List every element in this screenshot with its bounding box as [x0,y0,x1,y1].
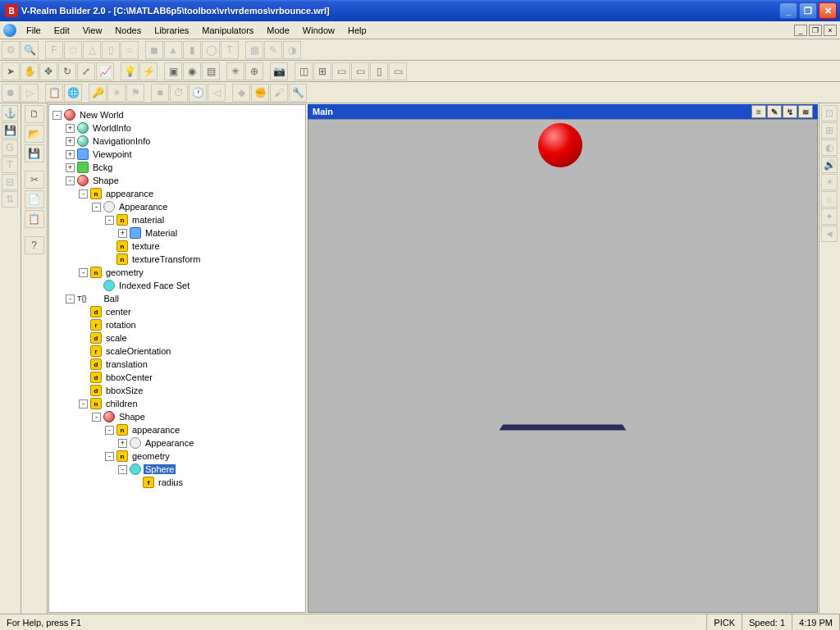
tool-stop-icon[interactable]: ■ [151,84,169,102]
vtool-anchor-icon[interactable]: ⚓ [2,105,18,121]
tool-rotate-icon[interactable]: ↻ [58,62,76,80]
tree-node[interactable]: rscaleOrientation [51,345,304,358]
expand-icon[interactable]: + [66,150,75,159]
node-label[interactable]: geometry [130,451,171,461]
tool-key-icon[interactable]: 🔑 [89,84,107,102]
node-label[interactable]: center [104,307,133,317]
tool-split3-icon[interactable]: ▭ [332,62,350,80]
node-label[interactable]: geometry [104,267,145,277]
vtool-g-icon[interactable]: G [2,139,18,156]
tool-shape1-icon[interactable]: ◼ [145,41,163,59]
tool-camera-icon[interactable]: 📷 [270,62,288,80]
new-file-icon[interactable]: 🗋 [25,105,44,123]
collapse-icon[interactable]: - [118,465,127,474]
rvtool-2-icon[interactable]: ⊞ [821,122,838,139]
tree-node[interactable]: -Shape [51,410,304,423]
vtool-save-icon[interactable]: 💾 [2,122,18,139]
copy-icon[interactable]: 📄 [25,190,44,208]
node-label[interactable]: Ball [103,294,121,304]
tool-split1-icon[interactable]: ◫ [294,62,313,80]
expand-icon[interactable]: + [66,124,75,133]
tool-flag-icon[interactable]: ⚑ [126,84,144,102]
open-file-icon[interactable]: 📂 [25,125,44,143]
expand-icon[interactable]: + [118,229,127,238]
node-label[interactable]: Shape [91,176,121,185]
tree-node[interactable]: ntexture [51,240,304,253]
paste-icon[interactable]: 📋 [25,210,44,228]
tree-node[interactable]: fradius [51,476,304,489]
tree-node[interactable]: -Shape [51,174,304,187]
tool-misc3-icon[interactable]: ◑ [283,41,301,59]
rvtool-7-icon[interactable]: ✦ [821,208,838,225]
tool-hand-icon[interactable]: ✋ [21,62,39,80]
menu-manipulators[interactable]: Manipulators [195,24,260,37]
collapse-icon[interactable]: - [92,413,101,422]
node-label[interactable]: Appearance [117,202,169,212]
tool-split6-icon[interactable]: ▭ [389,62,407,80]
vp-btn1-icon[interactable]: ≡ [751,105,766,118]
collapse-icon[interactable]: - [52,111,62,120]
menu-file[interactable]: File [20,24,48,37]
node-label[interactable]: Material [144,228,179,238]
node-label[interactable]: Sphere [144,464,176,474]
tool-add-node-icon[interactable]: ⚙ [2,41,20,59]
node-label[interactable]: bboxSize [104,386,144,395]
tree-node[interactable]: -T{}Ball [51,292,304,305]
tree-node[interactable]: dscale [51,331,304,345]
tree-node[interactable]: +Viewpoint [51,148,304,161]
expand-icon[interactable]: + [66,137,75,146]
rvtool-8-icon[interactable]: ◄ [821,226,838,242]
node-label[interactable]: New World [78,110,126,120]
collapse-icon[interactable]: - [66,294,75,304]
tool-text-icon[interactable]: T [221,41,239,59]
tool-clock-icon[interactable]: 🕐 [189,84,207,102]
tool-cylinder-icon[interactable]: ▯ [102,41,120,59]
tree-node[interactable]: ntextureTransform [51,253,304,266]
collapse-icon[interactable]: - [105,216,114,225]
mdi-close-button[interactable]: × [824,25,837,36]
rvtool-1-icon[interactable]: ⊡ [821,105,838,121]
node-label[interactable]: children [104,399,139,409]
node-label[interactable]: textureTransform [130,254,202,264]
tool-timer-icon[interactable]: ⏱ [170,84,188,102]
tool-world-icon[interactable]: 🌐 [64,84,82,102]
collapse-icon[interactable]: - [66,176,75,185]
tool-light-icon[interactable]: 💡 [121,62,139,80]
tool-bolt-icon[interactable]: ⚡ [139,62,158,80]
collapse-icon[interactable]: - [92,203,101,212]
node-label[interactable]: material [130,215,166,225]
node-label[interactable]: Viewpoint [91,149,134,159]
tool-font-icon[interactable]: F [45,41,63,59]
node-label[interactable]: Shape [117,412,147,422]
collapse-icon[interactable]: - [105,426,114,435]
tree-node[interactable]: -nappearance [51,187,304,200]
collapse-icon[interactable]: - [105,452,114,461]
expand-icon[interactable]: + [66,163,75,172]
vtool-t-icon[interactable]: T [2,157,18,173]
node-label[interactable]: Bckg [91,162,114,172]
cut-icon[interactable]: ✂ [25,171,44,189]
node-label[interactable]: Indexed Face Set [117,281,191,290]
tool-rec-icon[interactable]: ⏺ [2,84,20,102]
tool-zoom-icon[interactable]: 🔍 [21,41,39,59]
tree-node[interactable]: +Bckg [51,161,304,174]
tool-shape3-icon[interactable]: ▮ [183,41,201,59]
tool-shape4-icon[interactable]: ◯ [202,41,220,59]
tree-node[interactable]: -Sphere [51,463,304,476]
vtool-switch-icon[interactable]: ⇅ [2,191,18,208]
tool-view2-icon[interactable]: ◉ [183,62,201,80]
tool-split2-icon[interactable]: ⊞ [313,62,331,80]
tree-node[interactable]: dbboxCenter [51,371,304,384]
tool-clip-icon[interactable]: 📋 [45,84,63,102]
node-label[interactable]: WorldInfo [91,123,133,133]
tree-node[interactable]: -nchildren [51,397,304,410]
node-label[interactable]: Appearance [144,438,195,448]
vp-btn4-icon[interactable]: ≋ [798,105,813,118]
node-label[interactable]: bboxCenter [104,372,154,382]
tree-node[interactable]: +WorldInfo [51,121,304,135]
node-label[interactable]: scale [104,333,129,343]
mdi-minimize-button[interactable]: _ [794,25,807,36]
rvtool-5-icon[interactable]: ☀ [821,174,838,190]
tree-node[interactable]: dtranslation [51,358,304,371]
tree-node[interactable]: dcenter [51,305,304,318]
